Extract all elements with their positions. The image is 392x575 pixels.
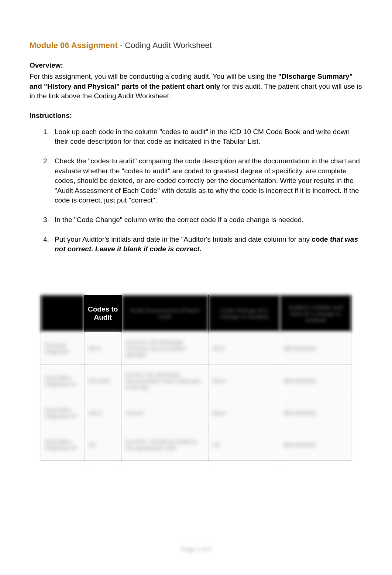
cell-assessment: Correct — [121, 397, 208, 429]
cell-diagnosis-type: Principal Diagnosis — [41, 332, 85, 364]
overview-part-a: For this assignment, you will be conduct… — [30, 72, 278, 80]
cell-diagnosis-type: Secondary Diagnosis #3 — [41, 429, 85, 460]
table-row: Secondary Diagnosis #2 J44.9 Correct Non… — [41, 397, 351, 429]
instructions-list: Look up each code in the column "codes t… — [30, 127, 362, 254]
th-blank — [41, 295, 85, 332]
module-title: Module 06 Assignment — [30, 41, 118, 50]
cell-assessment: Correct, the discharge documentation doe… — [121, 364, 208, 397]
instruction-item-1: Look up each code in the column "codes t… — [51, 127, 362, 147]
table-row: Principal Diagnosis I50.9 Incorrect, the… — [41, 332, 351, 364]
overview-heading: Overview: — [30, 61, 362, 69]
title-dash: - — [118, 41, 125, 50]
instructions-heading: Instructions: — [30, 112, 362, 120]
instruction-4-b: code — [312, 235, 328, 243]
cell-change: I50.9 — [209, 332, 280, 364]
cell-change: I10 — [209, 429, 280, 460]
cell-code: I10 — [84, 429, 121, 460]
instruction-item-2: Check the "codes to audit" comparing the… — [51, 156, 362, 205]
th-auditor-initials: Auditor's Initials and Date (if a change… — [280, 295, 351, 332]
instruction-4-a: Put your Auditor's initials and date in … — [55, 235, 312, 243]
table-row: Secondary Diagnosis #1 M79.604 Correct, … — [41, 364, 351, 397]
th-codes-to-audit: Codes to Audit — [84, 295, 121, 332]
cell-assessment: Incorrect, should be coded to the approp… — [121, 429, 208, 460]
page-footer: Page 1 of 3 — [0, 546, 392, 553]
audit-table: Codes to Audit Audit Assessment of Each … — [41, 295, 351, 461]
instruction-item-4: Put your Auditor's initials and date in … — [51, 235, 362, 254]
cell-change: None — [209, 364, 280, 397]
cell-change: None — [209, 397, 280, 429]
overview-text: For this assignment, you will be conduct… — [30, 72, 362, 101]
instruction-item-3: In the "Code Change" column write the co… — [51, 215, 362, 225]
cell-code: I50.9 — [84, 332, 121, 364]
page-title: Module 06 Assignment - Coding Audit Work… — [30, 41, 362, 50]
cell-initials: MM 00/00/00 — [280, 364, 351, 397]
table-header-row: Codes to Audit Audit Assessment of Each … — [41, 295, 351, 332]
cell-diagnosis-type: Secondary Diagnosis #1 — [41, 364, 85, 397]
cell-diagnosis-type: Secondary Diagnosis #2 — [41, 397, 85, 429]
cell-code: M79.604 — [84, 364, 121, 397]
th-code-change: Code Change (if a change is needed) — [209, 295, 280, 332]
th-audit-assessment: Audit Assessment of Each Code — [121, 295, 208, 332]
cell-assessment: Incorrect, the discharge summary documen… — [121, 332, 208, 364]
title-subtitle: Coding Audit Worksheet — [125, 41, 212, 50]
table-row: Secondary Diagnosis #3 I10 Incorrect, sh… — [41, 429, 351, 460]
cell-code: J44.9 — [84, 397, 121, 429]
cell-initials: MM 00/00/00 — [280, 397, 351, 429]
cell-initials: MM 00/00/00 — [280, 429, 351, 460]
cell-initials: MM 00/00/00 — [280, 332, 351, 364]
audit-table-wrap: Codes to Audit Audit Assessment of Each … — [41, 295, 351, 461]
